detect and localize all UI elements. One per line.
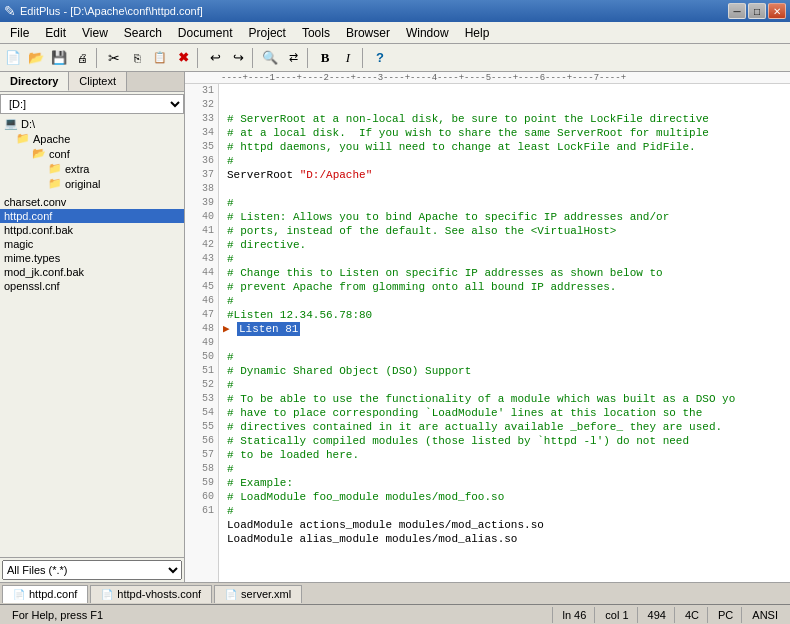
menu-browser[interactable]: Browser	[338, 23, 398, 43]
line-number: 61	[185, 504, 218, 518]
line-number: 47	[185, 308, 218, 322]
italic-button[interactable]: I	[337, 47, 359, 69]
line-number: 56	[185, 434, 218, 448]
toolbar-separator-1	[96, 48, 100, 68]
toolbar-separator-4	[307, 48, 311, 68]
help-button[interactable]: ?	[369, 47, 391, 69]
line-number: 36	[185, 154, 218, 168]
code-line: # LoadModule foo_module modules/mod_foo.…	[223, 490, 790, 504]
title-text: EditPlus - [D:\Apache\conf\httpd.conf]	[20, 5, 726, 17]
new-button[interactable]: 📄	[2, 47, 24, 69]
tree-folder-conf[interactable]: 📂 conf	[0, 146, 184, 161]
file-httpd-conf-bak[interactable]: httpd.conf.bak	[0, 223, 184, 237]
line-number: 49	[185, 336, 218, 350]
line-number: 51	[185, 364, 218, 378]
save-button[interactable]: 💾	[48, 47, 70, 69]
line-number: 52	[185, 378, 218, 392]
file-charset-conv[interactable]: charset.conv	[0, 195, 184, 209]
line-numbers: 3132333435363738394041424344454647484950…	[185, 84, 219, 582]
code-line: #	[223, 196, 790, 210]
menu-tools[interactable]: Tools	[294, 23, 338, 43]
code-line: # Example:	[223, 476, 790, 490]
code-line: ServerRoot "D:/Apache"	[223, 168, 790, 182]
maximize-button[interactable]: □	[748, 3, 766, 19]
code-line: #Listen 12.34.56.78:80	[223, 308, 790, 322]
toolbar-separator-5	[362, 48, 366, 68]
replace-button[interactable]: ⇄	[282, 47, 304, 69]
code-line: # Statically compiled modules (those lis…	[223, 434, 790, 448]
title-bar: ✎ EditPlus - [D:\Apache\conf\httpd.conf]…	[0, 0, 790, 22]
file-tab-icon-1: 📄	[13, 589, 25, 600]
file-tree: 💻 D:\ 📁 Apache 📂 conf 📁 extra 📁 original…	[0, 116, 184, 557]
file-httpd-conf[interactable]: httpd.conf	[0, 209, 184, 223]
editor-content: 3132333435363738394041424344454647484950…	[185, 84, 790, 582]
code-line: ▶Listen 81	[223, 322, 790, 336]
status-line: ln 46	[555, 607, 596, 623]
line-number: 43	[185, 252, 218, 266]
tab-httpd-vhosts[interactable]: 📄 httpd-vhosts.conf	[90, 585, 212, 603]
code-line: # to be loaded here.	[223, 448, 790, 462]
delete-button[interactable]: ✖	[172, 47, 194, 69]
code-editor[interactable]: # ServerRoot at a non-local disk, be sur…	[219, 84, 790, 582]
toolbar-separator-2	[197, 48, 201, 68]
menu-window[interactable]: Window	[398, 23, 457, 43]
minimize-button[interactable]: ─	[728, 3, 746, 19]
folder-icon: 📁	[16, 132, 30, 145]
status-bar: For Help, press F1 ln 46 col 1 494 4C PC…	[0, 604, 790, 624]
tab-cliptext[interactable]: Cliptext	[69, 72, 127, 91]
code-line: LoadModule actions_module modules/mod_ac…	[223, 518, 790, 532]
menu-edit[interactable]: Edit	[37, 23, 74, 43]
find-button[interactable]: 🔍	[259, 47, 281, 69]
code-line: # directive.	[223, 238, 790, 252]
line-number: 31	[185, 84, 218, 98]
code-line: # httpd daemons, you will need to change…	[223, 140, 790, 154]
line-number: 46	[185, 294, 218, 308]
line-number: 35	[185, 140, 218, 154]
tree-folder-apache[interactable]: 📁 Apache	[0, 131, 184, 146]
file-type-dropdown[interactable]: All Files (*.*) Text Files (*.txt) Confi…	[2, 560, 182, 580]
paste-button[interactable]: 📋	[149, 47, 171, 69]
main-area: Directory Cliptext [D:] [A:] [C:] [E:] 💻…	[0, 72, 790, 582]
folder-original-icon: 📁	[48, 177, 62, 190]
menu-help[interactable]: Help	[457, 23, 498, 43]
menu-search[interactable]: Search	[116, 23, 170, 43]
menu-document[interactable]: Document	[170, 23, 241, 43]
folder-open-icon: 📂	[32, 147, 46, 160]
file-mod-jk-conf-bak[interactable]: mod_jk.conf.bak	[0, 265, 184, 279]
file-mime-types[interactable]: mime.types	[0, 251, 184, 265]
bold-button[interactable]: B	[314, 47, 336, 69]
status-mode: PC	[710, 607, 742, 623]
line-number: 55	[185, 420, 218, 434]
tree-folder-extra[interactable]: 📁 extra	[0, 161, 184, 176]
line-number: 58	[185, 462, 218, 476]
menu-project[interactable]: Project	[241, 23, 294, 43]
code-line: #	[223, 350, 790, 364]
undo-button[interactable]: ↩	[204, 47, 226, 69]
code-line: # at a local disk. If you wish to share …	[223, 126, 790, 140]
tree-drive-d[interactable]: 💻 D:\	[0, 116, 184, 131]
tab-server-xml[interactable]: 📄 server.xml	[214, 585, 302, 603]
file-magic[interactable]: magic	[0, 237, 184, 251]
redo-button[interactable]: ↪	[227, 47, 249, 69]
close-button[interactable]: ✕	[768, 3, 786, 19]
tab-httpd-conf[interactable]: 📄 httpd.conf	[2, 585, 88, 603]
drive-icon: 💻	[4, 117, 18, 130]
bottom-tab-bar: 📄 httpd.conf 📄 httpd-vhosts.conf 📄 serve…	[0, 582, 790, 604]
menu-file[interactable]: File	[2, 23, 37, 43]
tree-folder-original[interactable]: 📁 original	[0, 176, 184, 191]
line-number: 42	[185, 238, 218, 252]
line-number: 40	[185, 210, 218, 224]
copy-button[interactable]: ⎘	[126, 47, 148, 69]
line-number: 37	[185, 168, 218, 182]
print-button[interactable]: 🖨	[71, 47, 93, 69]
menu-view[interactable]: View	[74, 23, 116, 43]
tab-directory[interactable]: Directory	[0, 72, 69, 91]
open-button[interactable]: 📂	[25, 47, 47, 69]
file-tab-icon-2: 📄	[101, 589, 113, 600]
line-number: 41	[185, 224, 218, 238]
cut-button[interactable]: ✂	[103, 47, 125, 69]
drive-dropdown[interactable]: [D:] [A:] [C:] [E:]	[0, 94, 184, 114]
line-number: 32	[185, 98, 218, 112]
file-openssl-cnf[interactable]: openssl.cnf	[0, 279, 184, 293]
code-line: #	[223, 252, 790, 266]
